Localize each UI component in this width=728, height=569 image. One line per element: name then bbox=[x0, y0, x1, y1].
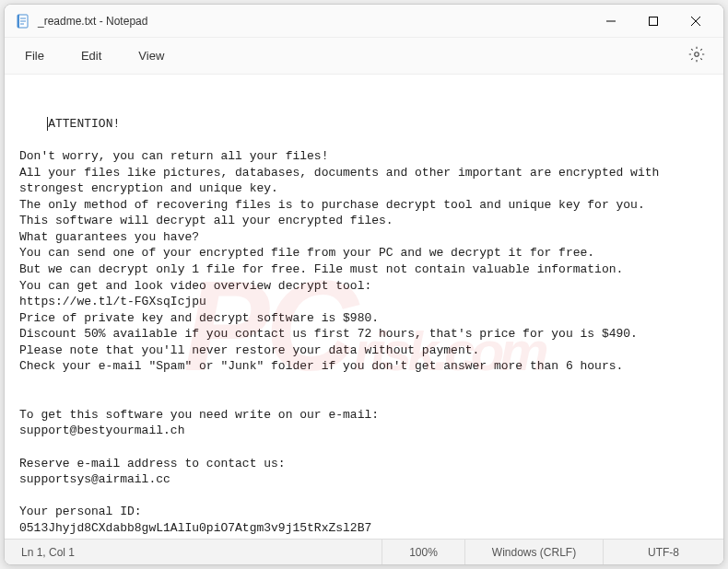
status-zoom: 100% bbox=[382, 540, 465, 564]
notepad-icon bbox=[16, 14, 30, 29]
statusbar: Ln 1, Col 1 100% Windows (CRLF) UTF-8 bbox=[5, 539, 723, 564]
notepad-window: _readme.txt - Notepad File Edit View bbox=[4, 4, 724, 565]
settings-button[interactable] bbox=[685, 42, 709, 70]
maximize-icon bbox=[649, 17, 658, 26]
text-area[interactable]: PCrisk.com ATTENTION! Don't worry, you c… bbox=[5, 75, 723, 539]
menu-edit[interactable]: Edit bbox=[76, 45, 107, 66]
close-icon bbox=[691, 17, 700, 26]
status-position: Ln 1, Col 1 bbox=[5, 540, 382, 564]
gear-icon bbox=[688, 46, 705, 63]
minimize-icon bbox=[606, 17, 616, 26]
document-text: ATTENTION! Don't worry, you can return a… bbox=[19, 117, 666, 535]
status-encoding: UTF-8 bbox=[604, 540, 723, 564]
window-title: _readme.txt - Notepad bbox=[38, 15, 591, 28]
menu-file[interactable]: File bbox=[19, 45, 50, 66]
close-button[interactable] bbox=[675, 7, 716, 35]
status-line-ending: Windows (CRLF) bbox=[465, 540, 604, 564]
menubar: File Edit View bbox=[5, 38, 723, 75]
svg-rect-4 bbox=[18, 15, 19, 28]
window-controls bbox=[591, 7, 716, 35]
svg-point-9 bbox=[695, 52, 699, 56]
titlebar: _readme.txt - Notepad bbox=[5, 5, 723, 38]
menu-view[interactable]: View bbox=[133, 45, 170, 66]
minimize-button[interactable] bbox=[591, 7, 631, 35]
svg-rect-6 bbox=[650, 17, 658, 25]
maximize-button[interactable] bbox=[633, 7, 674, 35]
